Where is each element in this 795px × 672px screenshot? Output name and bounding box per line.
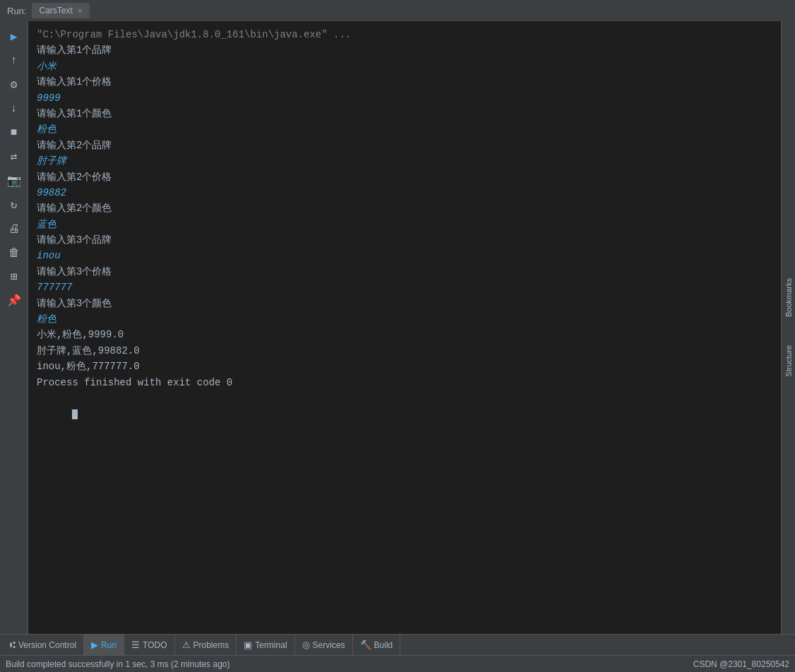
frames-button[interactable]: ⊞ xyxy=(4,267,24,287)
version-control-icon: ⑆ xyxy=(10,640,16,650)
console-line-input: 99882 xyxy=(37,185,772,200)
problems-icon: ⚠ xyxy=(182,640,191,650)
console-line-prompt: 请输入第1个价格 xyxy=(37,74,772,90)
console-line-input: 小米 xyxy=(37,59,772,74)
problems-label: Problems xyxy=(193,640,229,650)
run-toolbar: ▶ ↑ ⚙ ↓ ■ ⇄ 📷 ↻ 🖨 🗑 ⊞ 📌 xyxy=(0,21,28,634)
tab-close-icon[interactable]: ✕ xyxy=(77,7,83,15)
trash-button[interactable]: 🗑 xyxy=(4,243,24,263)
cars-text-tab[interactable]: CarsText ✕ xyxy=(32,3,89,18)
console-line-prompt: 请输入第2个品牌 xyxy=(37,138,772,153)
console-line-prompt: 请输入第3个品牌 xyxy=(37,232,772,248)
todo-label: TODO xyxy=(143,640,167,650)
console-line-prompt: 请输入第1个品牌 xyxy=(37,42,772,58)
build-tab[interactable]: 🔨 Build xyxy=(353,635,401,655)
scroll-up-button[interactable]: ↑ xyxy=(4,51,24,71)
version-control-label: Version Control xyxy=(18,640,76,650)
console-line-output: 肘子牌,蓝色,99882.0 xyxy=(37,343,772,359)
services-icon: ◎ xyxy=(302,640,310,650)
console-line-prompt: 请输入第1个颜色 xyxy=(37,106,772,121)
console-line-prompt: 请输入第2个颜色 xyxy=(37,200,772,216)
structure-label[interactable]: Structure xyxy=(784,345,793,377)
console-line-input: 粉色 xyxy=(37,311,772,327)
terminal-tab[interactable]: ▣ Terminal xyxy=(237,635,294,655)
stop-button[interactable]: ■ xyxy=(4,123,24,143)
bookmarks-label[interactable]: Bookmarks xyxy=(784,278,793,317)
console-output[interactable]: "C:\Program Files\Java\jdk1.8.0_161\bin\… xyxy=(28,21,781,634)
cmd-line: "C:\Program Files\Java\jdk1.8.0_161\bin\… xyxy=(37,27,772,42)
status-right: CSDN @2301_80250542 xyxy=(693,659,789,669)
console-line-input: 肘子牌 xyxy=(37,153,772,169)
run-icon: ▶ xyxy=(91,640,98,650)
status-bar: Build completed successfully in 1 sec, 3… xyxy=(0,655,795,672)
console-line-output: 小米,粉色,9999.0 xyxy=(37,327,772,342)
console-line-prompt: 请输入第3个价格 xyxy=(37,264,772,280)
scroll-down-button[interactable]: ↓ xyxy=(4,99,24,119)
console-line-success: Process finished with exit code 0 xyxy=(37,375,772,390)
play-button[interactable]: ▶ xyxy=(4,27,24,47)
terminal-label: Terminal xyxy=(255,640,287,650)
rerun-button[interactable]: ↻ xyxy=(4,195,24,215)
console-line-input: 9999 xyxy=(37,90,772,106)
run-label-bottom: Run xyxy=(101,640,116,650)
wrap-button[interactable]: ⇄ xyxy=(4,147,24,167)
version-control-tab[interactable]: ⑆ Version Control xyxy=(3,635,84,655)
pin-button[interactable]: 📌 xyxy=(4,291,24,311)
services-tab[interactable]: ◎ Services xyxy=(295,635,353,655)
todo-tab[interactable]: ☰ TODO xyxy=(124,635,174,655)
run-tab[interactable]: ▶ Run xyxy=(84,635,124,655)
services-label: Services xyxy=(313,640,345,650)
print-button[interactable]: 🖨 xyxy=(4,219,24,239)
cursor-line xyxy=(37,390,772,438)
console-line-input: inou xyxy=(37,248,772,263)
problems-tab[interactable]: ⚠ Problems xyxy=(175,635,237,655)
console-line-input: 粉色 xyxy=(37,121,772,137)
cursor xyxy=(72,409,78,419)
console-line-prompt: 请输入第2个价格 xyxy=(37,169,772,185)
bottom-toolbar: ⑆ Version Control ▶ Run ☰ TODO ⚠ Problem… xyxy=(0,634,795,655)
terminal-icon: ▣ xyxy=(244,640,252,650)
console-line-input: 777777 xyxy=(37,280,772,295)
status-text: Build completed successfully in 1 sec, 3… xyxy=(6,659,693,669)
console-line-output: inou,粉色,777777.0 xyxy=(37,359,772,374)
run-label: Run: xyxy=(7,6,26,16)
tab-name: CarsText xyxy=(39,6,72,16)
build-label: Build xyxy=(374,640,393,650)
console-line-prompt: 请输入第3个颜色 xyxy=(37,296,772,311)
camera-button[interactable]: 📷 xyxy=(4,171,24,191)
right-sidebar: Bookmarks Structure xyxy=(781,21,795,634)
build-icon: 🔨 xyxy=(360,640,371,650)
wrench-button[interactable]: ⚙ xyxy=(4,75,24,95)
todo-icon: ☰ xyxy=(131,640,140,650)
title-bar: Run: CarsText ✕ xyxy=(0,0,795,21)
console-line-input: 蓝色 xyxy=(37,217,772,232)
